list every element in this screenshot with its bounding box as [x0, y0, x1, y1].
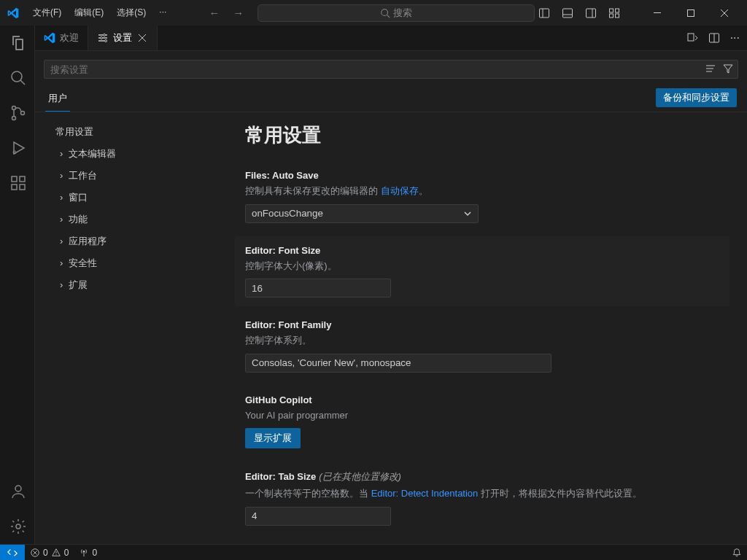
layout-controls — [538, 7, 620, 19]
search-placeholder-text: 搜索 — [393, 7, 412, 20]
nav-features[interactable]: ›功能 — [35, 209, 232, 230]
vscode-icon — [44, 32, 55, 44]
more-actions-icon[interactable]: ··· — [730, 31, 740, 44]
warning-count: 0 — [64, 548, 69, 558]
search-icon — [380, 8, 390, 18]
fontfamily-input[interactable] — [245, 354, 551, 373]
activity-extensions[interactable] — [0, 166, 35, 201]
tab-label: 欢迎 — [60, 31, 79, 44]
editor-area: 欢迎 设置 ··· 用户 备份和 — [35, 26, 747, 544]
toggle-primary-sidebar-icon[interactable] — [538, 7, 550, 19]
backup-sync-button[interactable]: 备份和同步设置 — [656, 88, 737, 107]
menu-more[interactable]: ··· — [153, 4, 172, 22]
nav-window[interactable]: ›窗口 — [35, 187, 232, 209]
clear-search-icon[interactable] — [705, 63, 716, 74]
nav-arrows: ← → — [209, 7, 244, 19]
svg-line-17 — [20, 80, 25, 85]
fontsize-input[interactable] — [245, 279, 391, 298]
error-count: 0 — [43, 548, 48, 558]
svg-rect-10 — [609, 14, 613, 18]
nav-common[interactable]: 常用设置 — [35, 121, 232, 143]
show-extension-button[interactable]: 显示扩展 — [245, 428, 301, 448]
nav-back-icon[interactable]: ← — [209, 7, 220, 19]
open-settings-json-icon[interactable] — [686, 32, 698, 44]
nav-forward-icon[interactable]: → — [233, 7, 244, 19]
autosave-select[interactable]: onFocusChange — [245, 204, 479, 223]
tabs-row: 欢迎 设置 ··· — [35, 26, 747, 51]
settings-editor: 用户 备份和同步设置 常用设置 ›文本编辑器 ›工作台 ›窗口 ›功能 ›应用程… — [35, 51, 747, 544]
status-ports[interactable]: 0 — [74, 548, 102, 558]
menu-select[interactable]: 选择(S) — [111, 4, 152, 22]
svg-point-20 — [20, 112, 24, 115]
svg-point-16 — [12, 71, 22, 82]
tab-label: 设置 — [113, 31, 132, 44]
settings-toc: 常用设置 ›文本编辑器 ›工作台 ›窗口 ›功能 ›应用程序 ›安全性 ›扩展 — [35, 112, 232, 544]
tabsize-input[interactable] — [245, 507, 391, 526]
settings-scope-row: 用户 备份和同步设置 — [35, 83, 747, 112]
menu-edit[interactable]: 编辑(E) — [69, 4, 109, 22]
split-editor-icon[interactable] — [708, 32, 720, 44]
error-icon — [30, 548, 40, 558]
activity-search[interactable] — [0, 61, 35, 96]
settings-content[interactable]: 常用设置 Files: Auto Save 控制具有未保存更改的编辑器的 自动保… — [232, 112, 747, 544]
tab-welcome[interactable]: 欢迎 — [35, 26, 88, 50]
toggle-panel-icon[interactable] — [562, 7, 573, 19]
setting-title: GitHub Copilot — [245, 394, 719, 405]
customize-layout-icon[interactable] — [608, 7, 620, 19]
svg-point-28 — [104, 34, 106, 36]
activity-manage[interactable] — [0, 509, 35, 544]
svg-line-1 — [387, 15, 390, 18]
nav-text-editor[interactable]: ›文本编辑器 — [35, 143, 232, 165]
filter-icon[interactable] — [722, 63, 734, 74]
activity-bar — [0, 26, 35, 544]
maximize-button[interactable] — [674, 0, 708, 26]
setting-title: Editor: Font Family — [245, 319, 719, 330]
settings-search-input[interactable] — [44, 60, 738, 79]
nav-application[interactable]: ›应用程序 — [35, 230, 232, 252]
setting-description: 一个制表符等于的空格数。当 Editor: Detect Indentation… — [245, 486, 719, 501]
svg-point-26 — [15, 486, 21, 491]
nav-workbench[interactable]: ›工作台 — [35, 165, 232, 187]
svg-rect-23 — [12, 184, 17, 190]
tab-settings[interactable]: 设置 — [88, 26, 158, 50]
activity-accounts[interactable] — [0, 474, 35, 509]
toggle-secondary-sidebar-icon[interactable] — [585, 7, 597, 19]
command-center-search[interactable]: 搜索 — [258, 4, 535, 22]
menu-file[interactable]: 文件(F) — [27, 4, 67, 22]
setting-editor-tabsize: Editor: Tab Size(已在其他位置修改) 一个制表符等于的空格数。当… — [235, 462, 729, 534]
port-count: 0 — [92, 548, 97, 558]
vscode-logo — [0, 7, 26, 19]
scope-user-tab[interactable]: 用户 — [45, 88, 70, 112]
svg-point-41 — [55, 554, 56, 555]
status-problems[interactable]: 0 0 — [25, 548, 74, 558]
close-button[interactable] — [708, 0, 741, 26]
svg-rect-2 — [539, 9, 549, 18]
warning-icon — [51, 548, 61, 558]
activity-run-debug[interactable] — [0, 131, 35, 166]
window-controls — [640, 0, 741, 26]
remote-indicator[interactable] — [0, 545, 25, 561]
status-notifications[interactable] — [727, 548, 747, 558]
svg-rect-9 — [615, 9, 619, 12]
setting-description: 控制具有未保存更改的编辑器的 自动保存。 — [245, 184, 719, 198]
activity-explorer[interactable] — [0, 26, 35, 61]
nav-extensions[interactable]: ›扩展 — [35, 274, 232, 296]
bell-icon — [732, 548, 742, 558]
autosave-link[interactable]: 自动保存 — [381, 185, 419, 196]
setting-files-autosave: Files: Auto Save 控制具有未保存更改的编辑器的 自动保存。 on… — [235, 161, 729, 232]
setting-title: Editor: Font Size — [245, 245, 719, 256]
svg-rect-25 — [20, 176, 25, 182]
modified-elsewhere-label: (已在其他位置修改) — [319, 471, 401, 482]
minimize-button[interactable] — [640, 0, 674, 26]
setting-title: Editor: Tab Size(已在其他位置修改) — [245, 470, 719, 483]
activity-source-control[interactable] — [0, 96, 35, 131]
svg-rect-24 — [20, 184, 25, 190]
nav-security[interactable]: ›安全性 — [35, 252, 232, 274]
setting-description: 控制字体系列。 — [245, 333, 719, 348]
detect-indentation-link[interactable]: Editor: Detect Indentation — [371, 488, 479, 499]
setting-description: 控制字体大小(像素)。 — [245, 259, 719, 273]
setting-github-copilot: GitHub Copilot Your AI pair programmer 显… — [235, 386, 729, 458]
titlebar: 文件(F) 编辑(E) 选择(S) ··· ← → 搜索 — [0, 0, 747, 26]
svg-rect-13 — [687, 9, 694, 16]
close-icon[interactable] — [136, 32, 148, 44]
